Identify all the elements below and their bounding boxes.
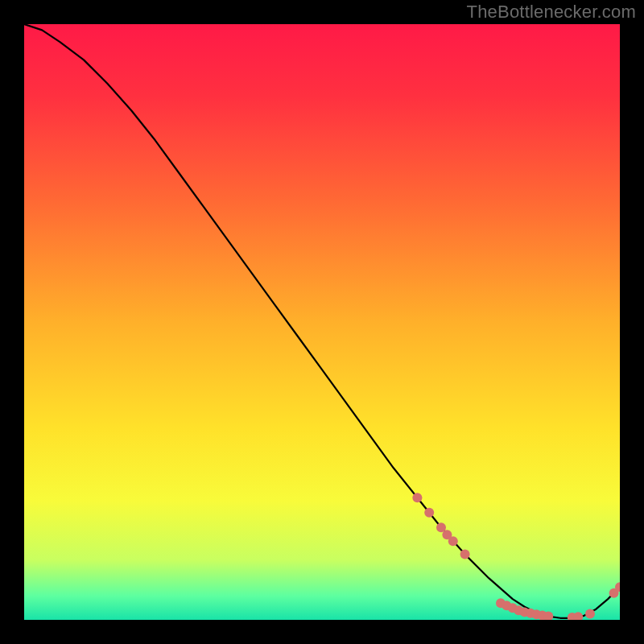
data-marker	[448, 536, 458, 546]
data-marker	[424, 508, 434, 518]
chart-frame: TheBottlenecker.com	[0, 0, 644, 644]
gradient-background	[24, 24, 620, 620]
data-marker	[585, 609, 595, 619]
watermark-text: TheBottlenecker.com	[467, 2, 636, 23]
bottleneck-chart	[24, 24, 620, 620]
data-marker	[460, 550, 470, 559]
data-marker	[412, 493, 422, 502]
